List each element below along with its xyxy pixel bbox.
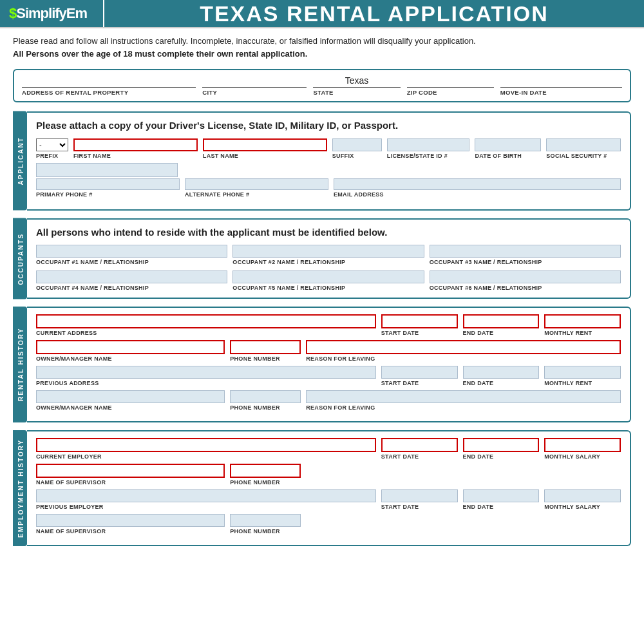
prev-address-label: PREVIOUS ADDRESS xyxy=(36,380,376,386)
supervisor-field: NAME OF SUPERVISOR xyxy=(36,464,225,486)
city-value xyxy=(202,74,307,87)
occ5-field: OCCUPANT #5 NAME / RELATIONSHIP xyxy=(232,270,424,291)
owner-name-input[interactable] xyxy=(36,340,225,354)
rent-start-input[interactable] xyxy=(381,314,458,328)
prev-salary-label: MONTHLY SALARY xyxy=(544,504,621,510)
emp-end-field: END DATE xyxy=(463,438,540,460)
applicant-header: Please attach a copy of your Driver's Li… xyxy=(36,119,621,132)
emp-phone-input[interactable] xyxy=(230,464,301,478)
prev-start-label: START DATE xyxy=(381,380,458,386)
occ5-label: OCCUPANT #5 NAME / RELATIONSHIP xyxy=(232,285,424,291)
monthly-rent-label: MONTHLY RENT xyxy=(544,330,621,336)
owner-name-field: OWNER/MANAGER NAME xyxy=(36,340,225,362)
first-name-label: FIRST NAME xyxy=(73,153,198,159)
prev-rent-field: MONTHLY RENT xyxy=(544,366,621,386)
applicant-section-wrapper: APPLICANT Please attach a copy of your D… xyxy=(13,111,631,211)
prefix-field: - Mr. Ms. Mrs. Dr. PREFIX xyxy=(36,138,68,159)
rent-start-label: START DATE xyxy=(381,330,458,336)
owner-phone-input[interactable] xyxy=(230,340,301,354)
disclaimer: Please read and follow all instructions … xyxy=(0,28,644,66)
occupants-section-box: All persons who intend to reside with th… xyxy=(27,218,631,299)
suffix-label: SUFFIX xyxy=(332,153,382,159)
monthly-salary-field: MONTHLY SALARY xyxy=(544,438,621,460)
rent-end-label: END DATE xyxy=(463,330,540,336)
move-in-label: MOVE-IN DATE xyxy=(500,87,622,96)
state-label: STATE xyxy=(313,87,400,96)
current-address-input[interactable] xyxy=(36,314,376,328)
prev-end-field: END DATE xyxy=(463,366,540,386)
email-field: EMAIL ADDRESS xyxy=(334,178,621,198)
logo-dollar: $ xyxy=(9,5,16,21)
current-address-row: CURRENT ADDRESS START DATE END DATE MONT… xyxy=(36,314,621,336)
applicant-ssn-row xyxy=(36,163,621,177)
occupants-header: All persons who intend to reside with th… xyxy=(36,226,621,239)
applicant-contact-row: PRIMARY PHONE # ALTERNATE PHONE # EMAIL … xyxy=(36,178,621,198)
property-section: ADDRESS OF RENTAL PROPERTY CITY Texas ST… xyxy=(13,69,631,102)
current-employer-label: CURRENT EMPLOYER xyxy=(36,453,376,460)
occupants-side-label: OCCUPANTS xyxy=(13,218,27,299)
prev-supervisor-row: NAME OF SUPERVISOR PHONE NUMBER xyxy=(36,514,621,535)
prev-owner-phone-field: PHONE NUMBER xyxy=(230,390,301,411)
owner-name-label: OWNER/MANAGER NAME xyxy=(36,355,225,362)
emp-phone-label: PHONE NUMBER xyxy=(230,479,301,486)
alt-phone-label: ALTERNATE PHONE # xyxy=(185,191,328,198)
monthly-rent-input[interactable] xyxy=(544,314,621,328)
header: $SimplifyEm TEXAS RENTAL APPLICATION xyxy=(0,0,644,28)
ssn-box-field xyxy=(36,163,178,177)
occ6-field: OCCUPANT #6 NAME / RELATIONSHIP xyxy=(430,270,621,291)
applicant-name-row: - Mr. Ms. Mrs. Dr. PREFIX FIRST NAME LAS… xyxy=(36,138,621,159)
license-label: LICENSE/STATE ID # xyxy=(387,153,470,159)
occupants-row1: OCCUPANT #1 NAME / RELATIONSHIP OCCUPANT… xyxy=(36,245,621,265)
page-title: TEXAS RENTAL APPLICATION xyxy=(200,1,549,26)
prev-owner-phone-label: PHONE NUMBER xyxy=(230,404,301,411)
monthly-salary-input[interactable] xyxy=(544,438,621,452)
prev-supervisor-field: NAME OF SUPERVISOR xyxy=(36,514,225,535)
supervisor-input[interactable] xyxy=(36,464,225,478)
prev-rent-label: MONTHLY RENT xyxy=(544,380,621,386)
city-label: CITY xyxy=(202,87,307,96)
primary-phone-label: PRIMARY PHONE # xyxy=(36,191,180,198)
occ3-label: OCCUPANT #3 NAME / RELATIONSHIP xyxy=(430,259,621,265)
applicant-side-label: APPLICANT xyxy=(13,111,27,211)
first-name-input[interactable] xyxy=(73,138,198,151)
prev-employer-label: PREVIOUS EMPLOYER xyxy=(36,504,376,510)
occ2-label: OCCUPANT #2 NAME / RELATIONSHIP xyxy=(232,259,424,265)
prefix-label: PREFIX xyxy=(36,153,68,159)
prev-emp-phone-label: PHONE NUMBER xyxy=(230,528,301,535)
last-name-field: LAST NAME xyxy=(203,138,327,159)
current-employer-input[interactable] xyxy=(36,438,376,452)
state-value: Texas xyxy=(313,74,400,87)
logo-area: $SimplifyEm xyxy=(0,0,103,27)
emp-end-input[interactable] xyxy=(463,438,540,452)
prefix-select[interactable]: - Mr. Ms. Mrs. Dr. xyxy=(36,138,68,151)
prev-owner-field: OWNER/MANAGER NAME xyxy=(36,390,225,411)
owner-phone-label: PHONE NUMBER xyxy=(230,355,301,362)
state-field: Texas STATE xyxy=(313,74,400,96)
supervisor-row: NAME OF SUPERVISOR PHONE NUMBER xyxy=(36,464,621,486)
occ1-label: OCCUPANT #1 NAME / RELATIONSHIP xyxy=(36,259,227,265)
occ6-label: OCCUPANT #6 NAME / RELATIONSHIP xyxy=(430,285,621,291)
disclaimer-line1: Please read and follow all instructions … xyxy=(13,36,476,46)
current-address-field: CURRENT ADDRESS xyxy=(36,314,376,336)
primary-phone-field: PRIMARY PHONE # xyxy=(36,178,180,198)
reason-leaving-input[interactable] xyxy=(306,340,621,354)
monthly-salary-label: MONTHLY SALARY xyxy=(544,453,621,460)
rent-end-input[interactable] xyxy=(463,314,540,328)
address-label: ADDRESS OF RENTAL PROPERTY xyxy=(22,87,196,96)
page: $SimplifyEm TEXAS RENTAL APPLICATION Ple… xyxy=(0,0,644,644)
prev-address-field: PREVIOUS ADDRESS xyxy=(36,366,376,386)
email-label: EMAIL ADDRESS xyxy=(334,191,621,198)
occ4-label: OCCUPANT #4 NAME / RELATIONSHIP xyxy=(36,285,227,291)
current-employer-row: CURRENT EMPLOYER START DATE END DATE MON… xyxy=(36,438,621,460)
dob-label: DATE OF BIRTH xyxy=(475,153,541,159)
prev-emp-end-label: END DATE xyxy=(463,504,540,510)
prev-start-field: START DATE xyxy=(381,366,458,386)
first-name-field: FIRST NAME xyxy=(73,138,198,159)
emp-start-input[interactable] xyxy=(381,438,458,452)
prev-reason-field: REASON FOR LEAVING xyxy=(306,390,621,411)
last-name-input[interactable] xyxy=(203,138,327,151)
emp-phone-field: PHONE NUMBER xyxy=(230,464,301,486)
prev-end-label: END DATE xyxy=(463,380,540,386)
prev-employer-row: PREVIOUS EMPLOYER START DATE END DATE MO… xyxy=(36,489,621,510)
supervisor-label: NAME OF SUPERVISOR xyxy=(36,479,225,486)
